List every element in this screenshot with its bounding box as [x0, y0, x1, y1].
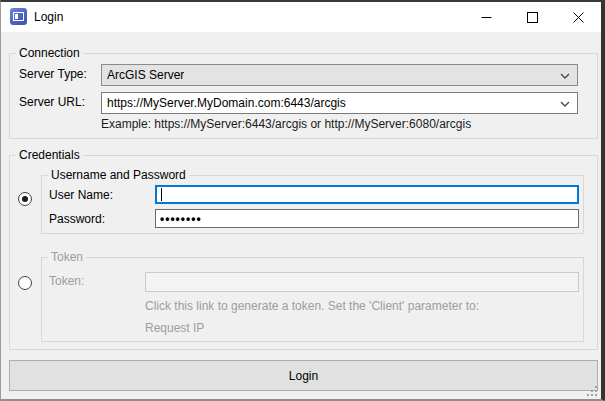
token-radio[interactable] [18, 276, 32, 290]
chevron-down-icon [560, 73, 570, 79]
token-label: Token: [49, 274, 84, 288]
password-masked-value: •••••••• [160, 214, 202, 224]
token-hint-label: Click this link to generate a token. Set… [145, 299, 479, 313]
login-window: Login Connection Server Type: ArcGIS Ser… [0, 0, 605, 401]
title-bar: Login [1, 2, 601, 32]
token-group-label: Token [48, 250, 86, 264]
close-button[interactable] [555, 2, 601, 32]
minimize-button[interactable] [463, 2, 509, 32]
resize-grip-dots [587, 386, 589, 388]
window-controls [463, 2, 601, 32]
credentials-group-label: Credentials [16, 148, 83, 162]
login-button[interactable]: Login [9, 360, 598, 391]
username-password-group-label: Username and Password [48, 168, 189, 182]
request-ip-link[interactable]: Request IP [145, 321, 204, 335]
server-type-label: Server Type: [19, 67, 87, 81]
user-name-label: User Name: [49, 188, 113, 202]
form-icon-bar [15, 14, 18, 19]
maximize-icon [527, 12, 538, 23]
minimize-icon [481, 12, 492, 23]
chevron-down-icon [560, 101, 570, 107]
form-icon [10, 8, 27, 25]
window-title: Login [34, 10, 63, 24]
user-name-input[interactable] [155, 185, 579, 204]
password-input[interactable]: •••••••• [155, 209, 579, 228]
login-button-label: Login [289, 369, 318, 383]
resize-grip[interactable] [587, 386, 599, 398]
server-url-value: https://MyServer.MyDomain.com:6443/arcgi… [107, 96, 346, 110]
maximize-button[interactable] [509, 2, 555, 32]
server-url-label: Server URL: [19, 95, 85, 109]
password-label: Password: [49, 212, 105, 226]
username-password-radio[interactable] [18, 192, 32, 206]
close-icon [573, 12, 584, 23]
server-type-dropdown[interactable]: ArcGIS Server [101, 64, 578, 86]
server-url-example-label: Example: https://MyServer:6443/arcgis or… [101, 117, 471, 131]
connection-group-label: Connection [16, 46, 83, 60]
token-input [145, 272, 579, 292]
server-url-combobox[interactable]: https://MyServer.MyDomain.com:6443/arcgi… [101, 92, 578, 114]
text-caret [161, 188, 162, 201]
server-type-value: ArcGIS Server [107, 68, 184, 82]
